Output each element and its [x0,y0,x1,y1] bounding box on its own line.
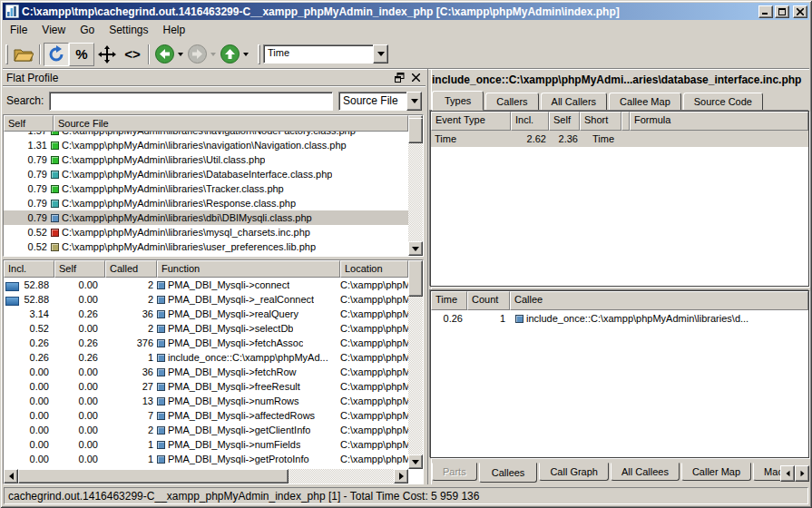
function-table-horizontal-scrollbar[interactable] [4,469,408,484]
column-header-formula[interactable]: Formula [630,112,808,131]
source-file-row[interactable]: 1.31 C:\xampp\phpMyAdmin\libraries\navig… [4,138,408,152]
detail-tab[interactable]: Call Graph [539,463,609,481]
detail-tab[interactable]: Caller Map [681,463,751,481]
scroll-down-button[interactable] [408,241,423,256]
scrollbar-thumb[interactable] [18,469,289,484]
relative-cost-button[interactable]: <> [120,43,145,66]
tab-scroll-right-button[interactable] [795,465,809,482]
detail-tab[interactable]: Callees [479,463,538,483]
detail-tab[interactable]: All Callees [611,463,680,481]
detail-tab[interactable]: Parts [432,463,477,481]
column-header-called[interactable]: Called [105,260,157,278]
function-row[interactable]: 0.26 0.26 376 PMA_DBI_Mysqli->fetchAssoc… [4,336,408,350]
cycle-detection-button[interactable] [44,43,69,66]
source-file-row[interactable]: 0.79 C:\xampp\phpMyAdmin\libraries\Respo… [4,196,408,210]
float-panel-button[interactable] [393,72,406,84]
search-input[interactable] [49,92,333,111]
detail-tab[interactable]: Types [432,91,484,111]
source-file-row[interactable]: 0.52 C:\xampp\phpMyAdmin\libraries\user_… [4,239,408,254]
up-dropdown-button[interactable] [241,43,250,66]
function-table-vertical-scrollbar[interactable] [408,260,423,469]
scroll-right-button[interactable] [394,469,408,484]
column-header-function[interactable]: Function [157,260,340,278]
maximize-button[interactable] [775,5,789,18]
back-button[interactable] [152,43,176,66]
scroll-down-button[interactable] [408,454,423,469]
up-button[interactable] [218,43,241,66]
menu-item[interactable]: Settings [102,21,155,39]
source-file-row[interactable]: 0.79 C:\xampp\phpMyAdmin\libraries\Datab… [4,167,408,181]
file-list-vertical-scrollbar[interactable] [408,115,423,256]
callee-row[interactable]: 0.26 1 include_once::C:\xampp\phpMyAdmin… [431,310,808,327]
function-row[interactable]: 0.00 0.00 1 PMA_DBI_Mysqli->numFields C:… [4,437,408,452]
function-row[interactable]: 0.00 0.00 13 PMA_DBI_Mysqli->numRows C:\… [4,394,408,408]
detail-tab[interactable]: Source Code [683,93,763,111]
detail-tab[interactable]: Callee Map [609,93,681,111]
column-header-self[interactable]: Self [4,115,54,132]
function-row[interactable]: 0.26 0.26 1 include_once::C:\xampp\phpMy… [4,350,408,365]
source-file-row[interactable]: 0.79 C:\xampp\phpMyAdmin\libraries\Util.… [4,152,408,167]
self-cost-value: 0.79 [4,183,47,194]
cost-bar-icon [5,282,19,291]
event-type-row[interactable]: Time 2.62 2.36 Time [431,131,808,147]
function-row[interactable]: 0.00 0.00 36 PMA_DBI_Mysqli->fetchRow C:… [4,365,408,379]
source-file-row[interactable]: 0.79 C:\xampp\phpMyAdmin\libraries\dbi\D… [4,210,408,225]
scrollbar-track[interactable] [408,275,423,454]
column-header-incl[interactable]: Incl. [511,112,549,131]
source-file-row[interactable]: 0.79 C:\xampp\phpMyAdmin\libraries\Track… [4,181,408,196]
group-by-combobox[interactable]: Source File [338,92,422,111]
scrollbar-track[interactable] [18,469,394,484]
close-panel-button[interactable] [409,72,422,84]
toolbar-handle[interactable] [258,44,260,64]
menu-item[interactable]: File [3,21,34,39]
column-header-self[interactable]: Self [54,260,105,278]
column-header-incl[interactable]: Incl. [4,260,54,278]
self-cost-value: 0.52 [4,241,47,252]
called-count-value: 7 [105,410,157,421]
close-button[interactable] [793,5,807,18]
toolbar-handle[interactable] [5,44,8,64]
detail-tab[interactable]: Callers [485,93,538,111]
scroll-left-button[interactable] [4,469,18,484]
column-header-callee[interactable]: Callee [510,291,808,310]
function-row[interactable]: 3.14 0.26 36 PMA_DBI_Mysqli->realQuery C… [4,307,408,321]
function-row[interactable]: 0.00 0.00 27 PMA_DBI_Mysqli->freeResult … [4,379,408,394]
menu-item[interactable]: Help [156,21,193,39]
forward-button[interactable] [185,43,209,66]
scrollbar-thumb[interactable] [408,118,423,143]
column-header-time[interactable]: Time [431,291,467,310]
column-header-event-type[interactable]: Event Type [431,112,511,131]
scrollbar-thumb[interactable] [408,260,423,297]
function-row[interactable]: 52.88 0.00 2 PMA_DBI_Mysqli->connect C:\… [4,278,408,292]
column-header-short[interactable]: Short [580,112,621,131]
function-row[interactable]: 0.00 0.00 7 PMA_DBI_Mysqli->affectedRows… [4,408,408,423]
column-header-location[interactable]: Location [340,260,408,278]
event-type-combobox[interactable]: Time [263,44,388,64]
forward-dropdown-button[interactable] [209,43,218,66]
detail-tab[interactable]: All Callers [541,93,608,111]
menu-item[interactable]: Go [73,21,102,39]
function-row[interactable]: 52.88 0.00 2 PMA_DBI_Mysqli->_realConnec… [4,292,408,307]
expand-areas-button[interactable] [94,43,120,66]
column-header-self[interactable]: Self [549,112,580,131]
column-header-count[interactable]: Count [467,291,510,310]
main-area: Flat Profile Search: Source File Self [3,69,809,484]
tab-scroll-left-button[interactable] [780,465,795,482]
source-file-row[interactable]: 1.57 C:\xampp\phpMyAdmin\libraries\navig… [4,132,408,138]
triangle-right-icon [399,473,404,480]
title-bar[interactable]: C:\xampp\tmp\cachegrind.out.1416463299-C… [3,3,809,20]
function-row[interactable]: 0.00 0.00 2 PMA_DBI_Mysqli->getClientInf… [4,423,408,437]
function-row[interactable]: 0.52 0.00 2 PMA_DBI_Mysqli->selectDb C:\… [4,321,408,336]
open-file-button[interactable] [11,43,36,66]
event-type-dropdown-button[interactable] [373,44,388,64]
scrollbar-track[interactable] [408,130,423,241]
percentage-button[interactable]: % [69,43,94,66]
source-file-row[interactable]: 0.52 C:\xampp\phpMyAdmin\libraries\mysql… [4,225,408,239]
group-by-dropdown-button[interactable] [406,92,422,111]
function-row[interactable]: 0.00 0.00 1 PMA_DBI_Mysqli->getProtoInfo… [4,452,408,466]
back-dropdown-button[interactable] [176,43,185,66]
flat-profile-dock-header[interactable]: Flat Profile [3,69,426,87]
column-header-source-file[interactable]: Source File [54,115,408,132]
menu-item[interactable]: View [34,21,73,39]
minimize-button[interactable] [758,5,773,18]
